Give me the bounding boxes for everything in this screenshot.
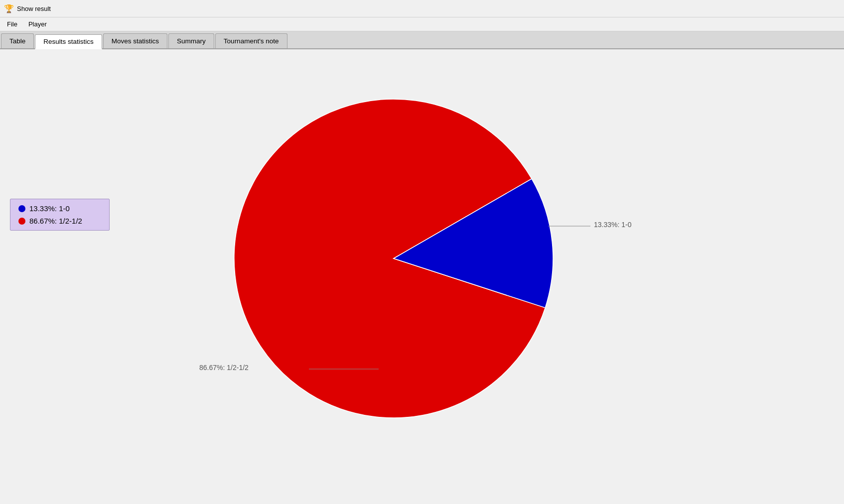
legend-dot-red bbox=[18, 218, 25, 225]
pie-chart-svg bbox=[199, 64, 588, 453]
legend-item-1: 13.33%: 1-0 bbox=[18, 204, 101, 213]
tab-results-statistics[interactable]: Results statistics bbox=[35, 34, 102, 49]
tab-bar: Table Results statistics Moves statistic… bbox=[0, 31, 844, 49]
chart-label-blue: 13.33%: 1-0 bbox=[594, 221, 632, 229]
tab-summary[interactable]: Summary bbox=[168, 33, 214, 48]
app-icon: 🏆 bbox=[4, 4, 14, 13]
legend-label-2: 86.67%: 1/2-1/2 bbox=[29, 217, 82, 225]
title-bar: 🏆 Show result bbox=[0, 0, 844, 17]
tab-table[interactable]: Table bbox=[1, 33, 34, 48]
pie-chart-area bbox=[199, 64, 588, 453]
tab-tournament-note[interactable]: Tournament's note bbox=[215, 33, 287, 48]
chart-legend: 13.33%: 1-0 86.67%: 1/2-1/2 bbox=[10, 199, 110, 231]
main-content: 13.33%: 1-0 86.67%: 1/2-1/2 13.33%: 1-0 … bbox=[0, 49, 844, 504]
chart-label-red: 86.67%: 1/2-1/2 bbox=[199, 364, 249, 372]
legend-label-1: 13.33%: 1-0 bbox=[29, 204, 70, 213]
menu-bar: File Player bbox=[0, 17, 844, 31]
title-bar-text: Show result bbox=[17, 5, 51, 12]
legend-dot-blue bbox=[18, 205, 25, 212]
menu-player[interactable]: Player bbox=[23, 19, 52, 29]
menu-file[interactable]: File bbox=[2, 19, 22, 29]
tab-moves-statistics[interactable]: Moves statistics bbox=[103, 33, 167, 48]
legend-item-2: 86.67%: 1/2-1/2 bbox=[18, 217, 101, 225]
